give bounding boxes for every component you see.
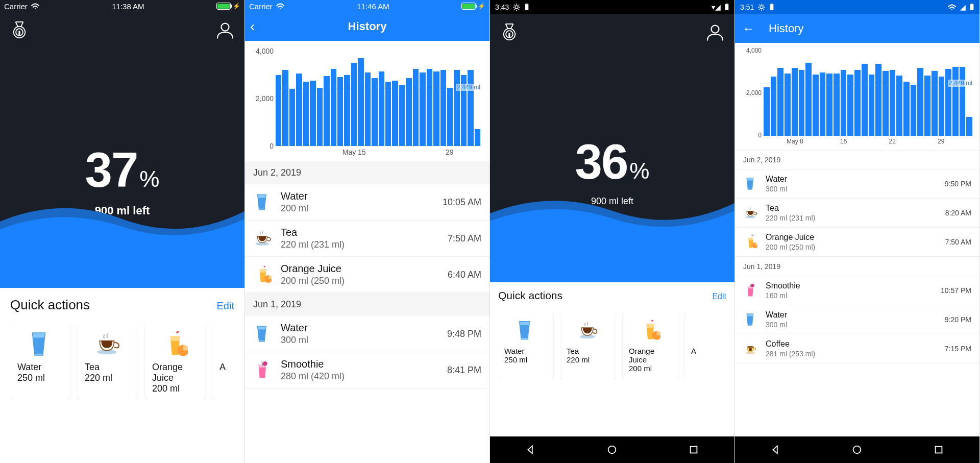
medal-icon[interactable] (499, 21, 520, 42)
quick-action-card[interactable]: Orange Juice 200 ml (145, 323, 205, 400)
screen-2-ios-history: Carrier 11:46 AM ⚡ ‹ History 02,0004,000… (245, 0, 490, 463)
percent-value: 37 (85, 142, 138, 197)
chart-bar (427, 69, 432, 146)
back-button[interactable]: ‹ (250, 18, 255, 35)
entry-name: Coffee (766, 339, 945, 349)
history-date-header: Jun 2, 2019 (735, 150, 979, 169)
entry-name: Smoothie (281, 358, 447, 370)
entry-amount: 200 ml (250 ml) (281, 276, 448, 286)
drink-amount: 220 ml (85, 373, 131, 383)
chart-bar (805, 63, 812, 136)
entry-time: 8:20 AM (945, 209, 971, 217)
history-chart[interactable]: 02,0004,0002,449 mlMay 8152229 (738, 47, 976, 149)
quick-action-card[interactable]: Water 250 ml (498, 312, 553, 379)
entry-time: 8:41 PM (447, 365, 481, 376)
entry-time: 7:50 AM (448, 233, 481, 244)
history-entry[interactable]: Water 300 ml 9:48 PM (245, 316, 489, 352)
nav-back-button[interactable] (770, 444, 781, 455)
entry-time: 7:15 PM (945, 345, 971, 353)
entry-amount: 300 ml (766, 321, 945, 329)
entry-time: 9:20 PM (945, 315, 971, 324)
charging-icon: ⚡ (233, 3, 240, 10)
chart-bar (399, 85, 405, 146)
chart-bar (324, 76, 329, 146)
orange-icon (162, 331, 188, 357)
profile-icon[interactable] (705, 21, 725, 42)
chart-bar (433, 71, 439, 146)
quick-action-card[interactable]: Orange Juice 200 ml (623, 312, 678, 379)
nav-home-button[interactable] (606, 444, 618, 455)
history-chart[interactable]: 02,0004,0002,449 mlMay 1529 (250, 47, 484, 159)
quick-actions-section: Quick actions Edit Water 250 ml Tea 220 … (0, 288, 244, 400)
chart-bar (966, 117, 972, 136)
chart-bar (785, 74, 791, 136)
coffee-icon (744, 342, 757, 355)
quick-action-card[interactable]: A (685, 312, 726, 379)
edit-button[interactable]: Edit (217, 300, 234, 312)
chart-bar (890, 70, 896, 136)
tea-icon (578, 320, 598, 340)
chart-bar (820, 72, 826, 136)
chart-bar (917, 68, 923, 136)
history-entry[interactable]: Orange Juice 200 ml (250 ml) 6:40 AM (245, 257, 489, 293)
profile-icon[interactable] (215, 19, 235, 40)
history-entry[interactable]: Tea 220 ml (231 ml) 8:20 AM (735, 199, 979, 228)
edit-button[interactable]: Edit (712, 292, 726, 301)
back-button[interactable]: ← (742, 21, 754, 36)
dashboard-hero: 36% 900 ml left (490, 14, 734, 282)
drink-name: Tea (567, 347, 609, 355)
entry-time: 10:57 PM (941, 286, 971, 295)
x-tick-label: 29 (446, 148, 454, 156)
entry-name: Tea (281, 227, 448, 238)
entry-amount: 200 ml (250 ml) (766, 243, 945, 251)
chart-bar (896, 76, 902, 136)
drink-name: Water (17, 362, 63, 373)
wifi-icon (947, 4, 957, 11)
history-entry[interactable]: Smoothie 280 ml (420 ml) 8:41 PM (245, 352, 489, 388)
chart-bar (862, 64, 868, 136)
quick-actions-title: Quick actions (498, 289, 562, 302)
history-entry[interactable]: Water 300 ml 9:50 PM (735, 169, 979, 199)
quick-action-card[interactable]: A (212, 323, 234, 400)
drink-name: Tea (85, 362, 131, 373)
nav-recents-button[interactable] (933, 444, 944, 455)
drink-name: Orange Juice (152, 362, 198, 383)
chart-bar (875, 64, 881, 136)
history-date-header: Jun 1, 2019 (245, 293, 489, 316)
chart-bar (777, 68, 783, 136)
history-entry[interactable]: Orange Juice 200 ml (250 ml) 7:50 AM (735, 228, 979, 257)
history-entry[interactable]: Water 300 ml 9:20 PM (735, 305, 979, 334)
page-title: History (769, 22, 803, 35)
history-entry[interactable]: Tea 220 ml (231 ml) 7:50 AM (245, 221, 489, 257)
orange-icon (744, 235, 757, 249)
history-entry[interactable]: Water 200 ml 10:05 AM (245, 184, 489, 221)
quick-actions-list: Water 250 ml Tea 220 ml Orange Juice 200… (10, 323, 234, 400)
x-tick-label: 22 (889, 138, 896, 145)
water-icon (254, 325, 272, 343)
entry-name: Water (766, 175, 945, 184)
quick-action-card[interactable]: Tea 220 ml (78, 323, 138, 400)
nav-recents-button[interactable] (688, 444, 699, 455)
medal-icon[interactable] (9, 19, 30, 40)
chart-bar (392, 81, 398, 146)
orange-icon (640, 320, 660, 340)
history-entry[interactable]: Coffee 281 ml (253 ml) 7:15 PM (735, 334, 979, 363)
chart-bar (960, 67, 966, 136)
chart-bar (303, 82, 309, 146)
quick-action-card[interactable]: Water 250 ml (10, 323, 70, 400)
clock: 11:46 AM (357, 2, 389, 11)
chart-bar (420, 72, 425, 146)
y-tick-label: 4,000 (256, 47, 274, 55)
nav-back-button[interactable] (525, 444, 536, 455)
quick-action-card[interactable]: Tea 220 ml (560, 312, 616, 379)
nav-home-button[interactable] (851, 444, 863, 455)
svg-rect-18 (936, 447, 942, 453)
history-entry[interactable]: Smoothie 160 ml 10:57 PM (735, 276, 979, 305)
drink-amount: 250 ml (504, 355, 547, 364)
history-list: Jun 2, 2019 Water 200 ml 10:05 AM Tea 22… (245, 161, 489, 388)
entry-time: 9:48 PM (447, 329, 481, 339)
entry-amount: 160 ml (766, 291, 941, 300)
entry-amount: 200 ml (281, 203, 443, 214)
chart-bar (351, 63, 357, 146)
drink-name: Water (504, 347, 547, 355)
